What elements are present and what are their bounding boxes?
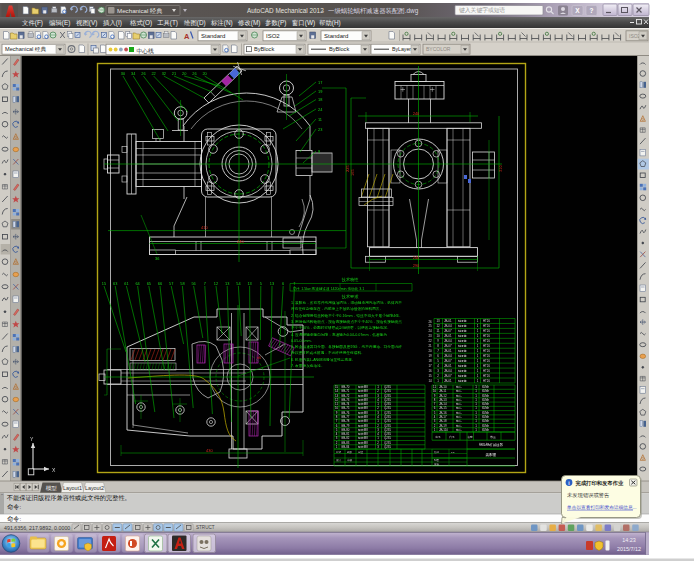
svg-text:165: 165 — [350, 169, 355, 176]
svg-text:轴承盖: 轴承盖 — [458, 374, 467, 378]
svg-text:插入(I): 插入(I) — [103, 19, 122, 27]
svg-text:Layout2: Layout2 — [85, 485, 104, 491]
svg-text:1:2: 1:2 — [451, 451, 455, 454]
svg-text:21: 21 — [172, 71, 176, 76]
svg-text:22: 22 — [428, 339, 432, 343]
svg-text:5: 5 — [260, 281, 262, 286]
svg-text:65Mn: 65Mn — [482, 428, 490, 432]
svg-text:2. 啮合侧隙用铅丝检验不小于0.16mm，铅丝不得大于最小: 2. 啮合侧隙用铅丝检验不小于0.16mm，铅丝不得大于最小侧隙4倍。 — [291, 313, 403, 318]
svg-text:轴承盖: 轴承盖 — [458, 364, 467, 368]
svg-text:13: 13 — [247, 281, 251, 286]
svg-text:STRUCT: STRUCT — [196, 525, 215, 530]
svg-text:文件(F): 文件(F) — [22, 19, 43, 27]
svg-text:HT20: HT20 — [483, 354, 490, 358]
svg-text:帮助(H): 帮助(H) — [319, 19, 341, 27]
svg-text:中心线: 中心线 — [137, 48, 155, 54]
svg-text:26: 26 — [192, 71, 196, 76]
svg-text:比例: 比例 — [434, 450, 440, 454]
svg-text:16: 16 — [428, 369, 432, 373]
svg-text:JB-04: JB-04 — [444, 339, 452, 343]
svg-text:13: 13 — [270, 281, 274, 286]
svg-text:ByBlock: ByBlock — [254, 46, 274, 52]
svg-text:HT20: HT20 — [483, 369, 490, 373]
svg-text:JB-01: JB-01 — [444, 364, 452, 368]
svg-text:ByBlock: ByBlock — [329, 46, 349, 52]
svg-text:许有任何杂物存在，内壁涂上不被机油侵蚀的涂料两次。: 许有任何杂物存在，内壁涂上不被机油侵蚀的涂料两次。 — [291, 306, 383, 311]
svg-text:7. 表面涂灰色油漆。: 7. 表面涂灰色油漆。 — [291, 363, 325, 368]
svg-text:JB-04: JB-04 — [444, 369, 452, 373]
svg-text:命令:: 命令: — [7, 503, 21, 510]
svg-text:JB-01: JB-01 — [444, 319, 452, 323]
svg-text:轴承盖: 轴承盖 — [458, 344, 467, 348]
svg-text:240: 240 — [413, 111, 420, 116]
svg-text:编辑(E): 编辑(E) — [49, 19, 70, 27]
svg-text:GB-84: GB-84 — [341, 445, 350, 449]
svg-text:AutoCAD Mechanical 2012: AutoCAD Mechanical 2012 — [247, 7, 324, 14]
svg-text:HT20: HT20 — [483, 329, 490, 333]
svg-text:HT20: HT20 — [483, 359, 490, 363]
svg-text:9: 9 — [318, 149, 320, 154]
svg-text:涂以密封胶或水玻璃，不允许使用任何填料。: 涂以密封胶或水玻璃，不允许使用任何填料。 — [291, 350, 365, 355]
svg-text:32: 32 — [162, 71, 166, 76]
svg-text:标注(N): 标注(N) — [210, 19, 233, 27]
svg-text:轴承盖: 轴承盖 — [458, 319, 467, 323]
svg-text:制图: 制图 — [434, 458, 440, 462]
svg-text:JB-110: JB-110 — [439, 428, 448, 432]
svg-text:X: X — [575, 7, 580, 14]
svg-text:HT20: HT20 — [483, 319, 490, 323]
svg-text:分区: 分区 — [358, 450, 364, 454]
svg-text:4. 应调整轴承轴向间隙：高速轴为0.04-0.07mm，低: 4. 应调整轴承轴向间隙：高速轴为0.04-0.07mm，低速轴为 — [291, 332, 387, 337]
svg-text:工具(T): 工具(T) — [157, 19, 178, 27]
svg-text:6: 6 — [282, 281, 284, 286]
svg-text:不能保证旧版程序兼容性或此文件的完整性。: 不能保证旧版程序兼容性或此文件的完整性。 — [6, 494, 131, 502]
svg-text:JB-01: JB-01 — [444, 349, 452, 353]
svg-text:?: ? — [590, 7, 594, 14]
svg-text:命令:: 命令: — [7, 515, 21, 522]
svg-text:14: 14 — [428, 379, 432, 383]
svg-text:键入关键字或短语: 键入关键字或短语 — [459, 6, 506, 14]
svg-text:JB-01: JB-01 — [444, 334, 452, 338]
svg-text:57: 57 — [169, 281, 173, 286]
svg-text:Q235: Q235 — [384, 445, 391, 449]
svg-text:17: 17 — [318, 80, 322, 85]
svg-text:ByLayer: ByLayer — [392, 46, 411, 52]
svg-text:格式(O): 格式(O) — [129, 19, 152, 27]
svg-text:58: 58 — [180, 281, 184, 286]
svg-text:56: 56 — [191, 281, 195, 286]
svg-text:序号: 序号 — [435, 435, 441, 439]
svg-text:18: 18 — [318, 97, 322, 102]
svg-text:5. 检查减速器剖分面、各接触面及密封处，均不许漏油。剖分面: 5. 检查减速器剖分面、各接触面及密封处，均不许漏油。剖分面允许 — [291, 344, 402, 349]
svg-text:26: 26 — [428, 320, 432, 324]
svg-text:技术要求: 技术要求 — [341, 294, 360, 299]
svg-text:2015/7/12: 2015/7/12 — [617, 546, 641, 552]
svg-text:JB-01: JB-01 — [444, 379, 452, 383]
svg-text:窗口(W): 窗口(W) — [292, 19, 315, 27]
svg-text:15: 15 — [428, 374, 432, 378]
svg-text:不小于50%，必要时可研磨或刮后研磨，以便改善接触情况。: 不小于50%，必要时可研磨或刮后研磨，以便改善接触情况。 — [291, 325, 391, 330]
svg-text:JB-04: JB-04 — [444, 354, 452, 358]
svg-text:ISO2: ISO2 — [266, 33, 280, 39]
svg-text:Standard: Standard — [201, 33, 225, 39]
svg-text:HT20: HT20 — [483, 339, 490, 343]
svg-text:JB-07: JB-07 — [444, 344, 452, 348]
svg-text:-: - — [322, 7, 324, 14]
svg-text:JB-07: JB-07 — [444, 359, 452, 363]
svg-text:完成打印和发布作业: 完成打印和发布作业 — [576, 480, 624, 487]
svg-text:310: 310 — [498, 165, 503, 172]
svg-text:A: A — [184, 32, 190, 41]
svg-text:JB-07: JB-07 — [444, 374, 452, 378]
svg-text:20: 20 — [428, 349, 432, 353]
svg-text:23: 23 — [318, 127, 322, 132]
svg-text:一级蜗轮蜗杆减速器装配图.dwg: 一级蜗轮蜗杆减速器装配图.dwg — [328, 7, 419, 15]
svg-text:HT20: HT20 — [483, 379, 490, 383]
svg-text:绘图(D): 绘图(D) — [184, 19, 206, 27]
svg-text:25: 25 — [428, 324, 432, 328]
svg-text:Mechanical 经典: Mechanical 经典 — [117, 7, 162, 15]
svg-text:轴承盖: 轴承盖 — [458, 339, 467, 343]
svg-text:轴承盖: 轴承盖 — [458, 329, 467, 333]
svg-text:6. 机座内装L-AN68润滑油至规定高度。: 6. 机座内装L-AN68润滑油至规定高度。 — [291, 357, 356, 362]
svg-text:0.05-0.1mm。: 0.05-0.1mm。 — [291, 339, 314, 343]
svg-text:HT20: HT20 — [483, 334, 490, 338]
svg-text:HT20: HT20 — [483, 364, 490, 368]
svg-text:名称: 名称 — [467, 435, 473, 439]
